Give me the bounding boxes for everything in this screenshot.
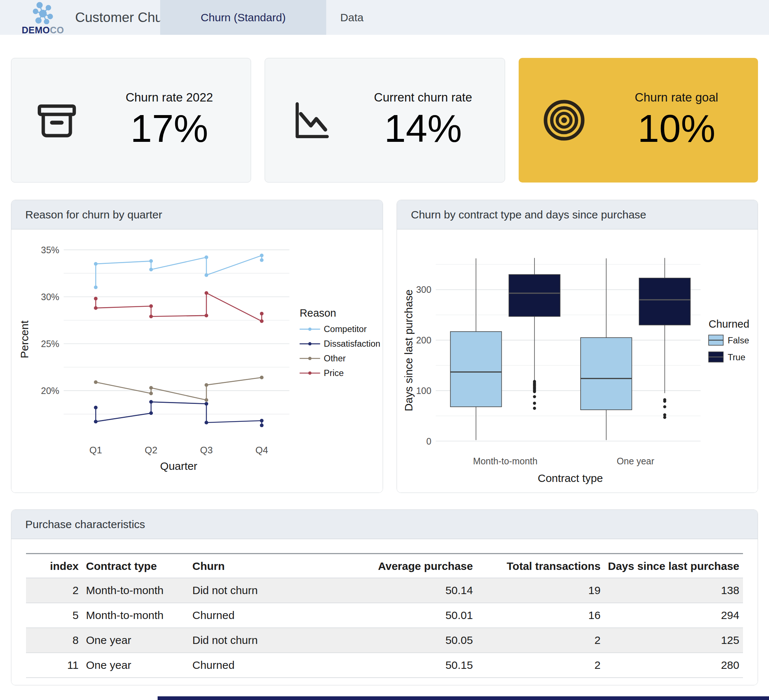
- svg-text:Churned: Churned: [708, 318, 749, 330]
- series-other: [94, 376, 264, 402]
- kpi-text-block: Churn rate goal 10%: [602, 90, 751, 150]
- svg-text:Percent: Percent: [18, 320, 31, 359]
- box-true-0: [509, 258, 560, 410]
- kpi-row: Churn rate 2022 17% Current churn rate 1…: [11, 58, 758, 182]
- page-title: Customer Churn: [75, 0, 174, 35]
- svg-text:Dissatisfaction: Dissatisfaction: [323, 339, 380, 349]
- kpi-label: Current churn rate: [349, 90, 497, 105]
- app-header: DEMOCO Customer Churn Churn (Standard) D…: [0, 0, 769, 35]
- box-false-1: [581, 258, 632, 440]
- kpi-text-block: Churn rate 2022 17%: [95, 90, 244, 150]
- table-cell: 5: [26, 603, 82, 628]
- svg-text:Other: Other: [323, 353, 346, 363]
- line-chart-body: 35%30%25%20%Q1Q2Q3Q4QuarterPercentReason…: [11, 229, 383, 492]
- svg-text:30%: 30%: [41, 292, 60, 302]
- table-cell: 8: [26, 628, 82, 653]
- svg-text:200: 200: [416, 335, 431, 345]
- svg-text:One year: One year: [616, 456, 654, 466]
- box-true-1: [639, 258, 690, 419]
- svg-text:Days since last purchase: Days since last purchase: [402, 290, 415, 412]
- svg-text:25%: 25%: [41, 339, 60, 349]
- kpi-card-churn-goal: Churn rate goal 10%: [519, 58, 758, 182]
- table-cell: 19: [476, 578, 604, 603]
- target-icon: [526, 97, 603, 144]
- table-cell: Churned: [189, 603, 342, 628]
- table-cell: Churned: [189, 653, 342, 677]
- panel-title: Churn by contract type and days since pu…: [397, 200, 758, 229]
- kpi-value: 14%: [349, 107, 497, 150]
- kpi-text-block: Current churn rate 14%: [349, 90, 497, 150]
- logo-wordmark: DEMOCO: [19, 25, 67, 35]
- table-cell: 50.14: [342, 578, 476, 603]
- legend-reason: ReasonCompetitorDissatisfactionOtherPric…: [299, 307, 380, 378]
- series-competitor: [94, 254, 264, 289]
- tab-churn-standard[interactable]: Churn (Standard): [160, 0, 326, 35]
- table-row: 5Month-to-monthChurned50.0116294: [26, 603, 743, 628]
- table-header-row: indexContract typeChurnAverage purchaseT…: [26, 554, 743, 578]
- svg-text:Competitor: Competitor: [323, 324, 367, 334]
- tab-data[interactable]: Data: [326, 0, 378, 35]
- table-cell: Did not churn: [189, 578, 342, 603]
- series-price: [94, 291, 264, 323]
- svg-text:Q3: Q3: [200, 445, 213, 455]
- table-cell: 138: [604, 578, 743, 603]
- table-cell: 50.01: [342, 603, 476, 628]
- svg-text:0: 0: [426, 436, 431, 446]
- box-false-0: [450, 258, 502, 440]
- table-cell: 50.05: [342, 628, 476, 653]
- svg-text:Reason: Reason: [299, 307, 336, 319]
- column-header-contract-type: Contract type: [82, 554, 189, 578]
- column-header-churn: Churn: [189, 554, 342, 578]
- svg-text:300: 300: [416, 285, 431, 294]
- network-logo-icon: [31, 2, 55, 24]
- svg-text:Quarter: Quarter: [160, 460, 198, 472]
- svg-text:35%: 35%: [41, 245, 60, 255]
- table-row: 2Month-to-monthDid not churn50.1419138: [26, 578, 743, 603]
- table-cell: 11: [26, 653, 82, 677]
- dashboard-page: DEMOCO Customer Churn Churn (Standard) D…: [0, 0, 769, 700]
- table-row: 8One yearDid not churn50.052125: [26, 628, 743, 653]
- purchase-table: indexContract typeChurnAverage purchaseT…: [26, 553, 743, 678]
- column-header-index: index: [26, 554, 82, 578]
- box-chart-body: 0100200300Month-to-monthOne yearContract…: [397, 229, 758, 492]
- panel-reason-for-churn: Reason for churn by quarter 35%30%25%20%…: [11, 200, 383, 493]
- reason-line-chart: 35%30%25%20%Q1Q2Q3Q4QuarterPercentReason…: [11, 229, 383, 492]
- company-logo: DEMOCO: [19, 2, 67, 35]
- table-cell: 2: [476, 628, 604, 653]
- gridlines: [64, 250, 290, 414]
- footer-accent-bar: [158, 696, 769, 700]
- purchase-table-rows: 2Month-to-monthDid not churn50.14191385M…: [26, 578, 743, 677]
- column-header-total-transactions: Total transactions: [476, 554, 604, 578]
- legend-churned: ChurnedFalseTrue: [708, 318, 749, 362]
- logo-text-co: CO: [50, 25, 64, 35]
- kpi-label: Churn rate goal: [602, 90, 751, 105]
- table-cell: Month-to-month: [82, 578, 189, 603]
- panel-title: Purchase characteristics: [11, 510, 758, 539]
- churn-box-plot: 0100200300Month-to-monthOne yearContract…: [397, 229, 758, 492]
- svg-text:Q1: Q1: [89, 445, 102, 455]
- kpi-card-current-churn: Current churn rate 14%: [265, 58, 505, 182]
- table-cell: 2: [476, 653, 604, 677]
- table-body: indexContract typeChurnAverage purchaseT…: [11, 539, 758, 685]
- table-cell: 294: [604, 603, 743, 628]
- axes-labels: 35%30%25%20%Q1Q2Q3Q4QuarterPercent: [18, 245, 268, 472]
- svg-text:Month-to-month: Month-to-month: [473, 456, 537, 466]
- logo-text-demo: DEMO: [22, 25, 50, 35]
- table-cell: 16: [476, 603, 604, 628]
- svg-text:Price: Price: [323, 368, 344, 378]
- table-cell: 125: [604, 628, 743, 653]
- table-cell: 280: [604, 653, 743, 677]
- table-cell: One year: [82, 653, 189, 677]
- kpi-label: Churn rate 2022: [95, 90, 244, 105]
- archive-box-icon: [19, 96, 95, 145]
- svg-text:Q2: Q2: [145, 445, 158, 455]
- kpi-card-churn-2022: Churn rate 2022 17%: [11, 58, 251, 182]
- table-cell: 50.15: [342, 653, 476, 677]
- table-cell: Did not churn: [189, 628, 342, 653]
- svg-text:Contract type: Contract type: [538, 472, 603, 484]
- series-dissatisfaction: [94, 400, 264, 427]
- svg-text:Q4: Q4: [256, 445, 268, 455]
- table-row: 11One yearChurned50.152280: [26, 653, 743, 677]
- table-cell: One year: [82, 628, 189, 653]
- svg-text:20%: 20%: [41, 386, 60, 396]
